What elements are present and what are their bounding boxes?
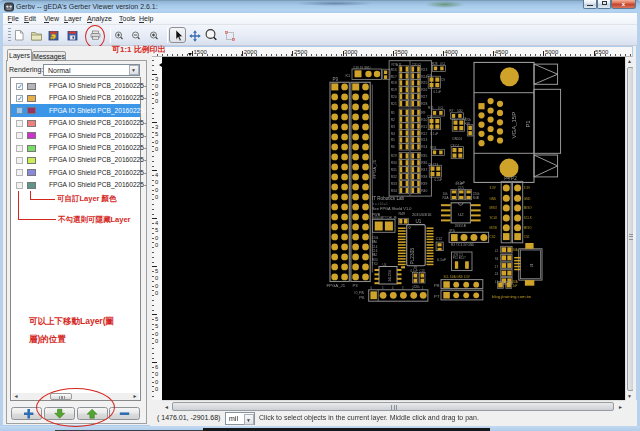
svg-text:R32: R32	[391, 175, 397, 179]
svg-text:C9: C9	[441, 77, 445, 81]
svg-text:RX TX 3.3V GND: RX TX 3.3V GND	[451, 243, 475, 247]
svg-text:P5: P5	[450, 227, 456, 232]
svg-text:U1: U1	[416, 218, 422, 223]
svg-text:R26: R26	[421, 88, 427, 92]
svg-text:0.2uF: 0.2uF	[435, 177, 443, 181]
svg-text:C1: C1	[452, 116, 456, 120]
svg-text:R31: R31	[391, 168, 397, 172]
svg-text:R14: R14	[421, 145, 427, 149]
svg-text:R49: R49	[399, 212, 405, 216]
svg-text:0.1uF: 0.1uF	[437, 257, 447, 261]
svg-text:GND: GND	[490, 196, 498, 200]
svg-text:50Ω: 50Ω	[457, 109, 463, 113]
svg-text:R35: R35	[421, 154, 427, 158]
svg-text:P4 P2: P4 P2	[504, 176, 517, 181]
svg-text:P9: P9	[333, 77, 339, 82]
svg-text:SCLK: SCLK	[490, 216, 498, 220]
svg-text:24: 24	[495, 272, 499, 276]
svg-text:U4: U4	[383, 262, 387, 266]
svg-text:R4B: R4B	[473, 195, 479, 199]
svg-text:R27: R27	[421, 95, 427, 99]
svg-text:L2: L2	[495, 248, 499, 252]
svg-text:0 Ω: 0 Ω	[438, 106, 444, 110]
svg-text:C7: C7	[427, 73, 431, 77]
svg-text:P1: P1	[525, 120, 531, 127]
svg-text:R39: R39	[421, 182, 427, 186]
svg-text:S4: S4	[495, 256, 499, 260]
svg-text:3UA: 3UA	[512, 248, 518, 252]
svg-text:17: 17	[495, 264, 499, 268]
svg-text:3.3V: 3.3V	[524, 186, 530, 190]
svg-text:R28: R28	[421, 102, 427, 106]
svg-text:R?A Ω: R?A Ω	[392, 62, 402, 66]
svg-text:R15: R15	[428, 106, 434, 110]
svg-text:R19: R19	[391, 88, 397, 92]
svg-text:P6: P6	[359, 295, 365, 300]
svg-text:R20: R20	[391, 95, 397, 99]
svg-text:C12: C12	[436, 236, 443, 240]
svg-text:R28: R28	[432, 61, 438, 65]
svg-text:R40: R40	[421, 188, 427, 192]
svg-text:P8: P8	[434, 282, 440, 287]
svg-text:0.1uF: 0.1uF	[457, 181, 465, 185]
svg-text:IO_PIN: IO_PIN	[354, 290, 363, 294]
svg-text:R33: R33	[391, 182, 397, 186]
svg-text:P7: P7	[434, 294, 440, 299]
svg-text:R25: R25	[421, 81, 427, 85]
svg-text:0.1uF: 0.1uF	[434, 89, 442, 93]
svg-text:GND: GND	[524, 196, 532, 200]
svg-text:3.3V: 3.3V	[490, 186, 496, 190]
svg-text:VGA_15P: VGA_15P	[511, 111, 517, 138]
svg-text:MISO: MISO	[524, 206, 532, 210]
svg-text:K1: K1	[346, 73, 351, 77]
svg-text:1uF: 1uF	[513, 283, 518, 287]
svg-text:0 Ω: 0 Ω	[440, 61, 446, 65]
svg-text:R37: R37	[421, 168, 427, 172]
svg-text:3.3V 5V GND: 3.3V 5V GND	[353, 65, 371, 69]
svg-text:R5: R5	[391, 138, 395, 142]
svg-text:R18: R18	[391, 81, 397, 85]
svg-text:R3: R3	[391, 124, 395, 128]
svg-text:R11: R11	[421, 124, 427, 128]
svg-text:DN501: DN501	[453, 136, 463, 140]
svg-text:R4: R4	[391, 131, 395, 135]
svg-text:MISO: MISO	[524, 226, 532, 230]
svg-text:R1: R1	[391, 110, 395, 114]
svg-text:220 Ω: 220 Ω	[412, 62, 421, 66]
svg-text:R16: R16	[391, 67, 397, 71]
svg-text:R21: R21	[391, 102, 397, 106]
svg-text:R9: R9	[421, 110, 425, 114]
svg-text:R12: R12	[421, 131, 427, 135]
svg-text:220k: 220k	[414, 284, 421, 288]
svg-text:In a. c 04 a+1: In a. c 04 a+1	[372, 201, 388, 205]
svg-text:R7: R7	[450, 109, 454, 113]
svg-text:CS2: CS2	[490, 235, 496, 239]
svg-text:C3: C3	[427, 115, 431, 119]
svg-text:24LC64: 24LC64	[388, 270, 392, 281]
svg-text:R23: R23	[421, 67, 427, 71]
svg-text:R17: R17	[391, 74, 397, 78]
svg-text:See FPGA Shield V1.0: See FPGA Shield V1.0	[372, 206, 412, 211]
svg-text:R38: R38	[421, 175, 427, 179]
svg-text:2015/03/16: 2015/03/16	[412, 211, 431, 216]
svg-text:P3: P3	[353, 283, 359, 288]
svg-text:R2: R2	[391, 117, 395, 121]
svg-text:PL2303: PL2303	[410, 247, 415, 264]
svg-text:U2: U2	[458, 212, 464, 217]
svg-text:C9 C13: C9 C13	[428, 162, 439, 166]
svg-text:0.1uF: 0.1uF	[431, 131, 439, 135]
svg-text:PN4: PN4	[431, 145, 437, 149]
svg-text:MISO: MISO	[490, 206, 498, 210]
svg-text:C8 C4: C8 C4	[451, 144, 460, 148]
svg-text:P51 B51?: P51 B51?	[453, 256, 466, 260]
svg-text:blog.jtraining.com.tw: blog.jtraining.com.tw	[492, 293, 532, 298]
svg-text:J1: J1	[530, 263, 534, 267]
svg-text:CS1: CS1	[524, 235, 530, 239]
svg-text:MOSI: MOSI	[490, 226, 498, 230]
svg-text:26S51B: 26S51B	[455, 223, 466, 227]
svg-text:R36: R36	[421, 161, 427, 165]
svg-text:R6: R6	[391, 145, 395, 149]
svg-text:220k: 220k	[465, 117, 472, 121]
svg-text:R29: R29	[391, 154, 397, 158]
svg-text:R34: R34	[391, 188, 397, 192]
